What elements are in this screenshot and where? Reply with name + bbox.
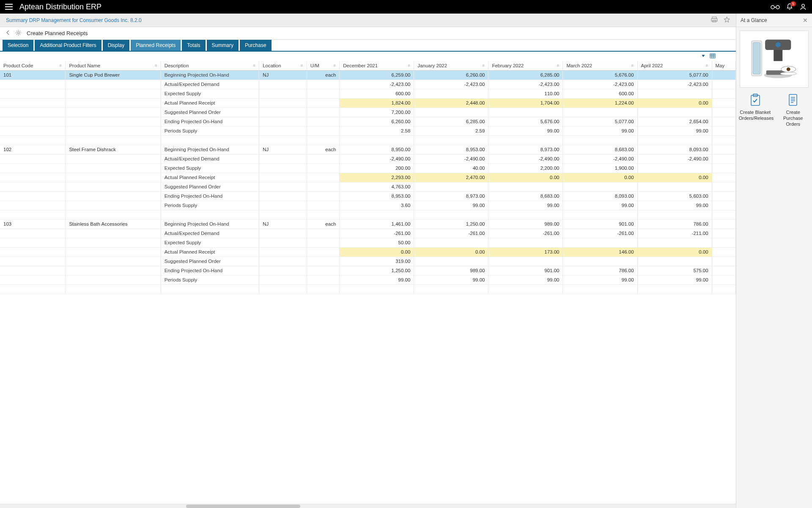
tab-summary[interactable]: Summary <box>207 40 239 51</box>
col-january-2022[interactable]: January 2022≡ <box>414 61 488 70</box>
col-march-2022[interactable]: March 2022≡ <box>563 61 637 70</box>
top-bar: Aptean Distribution ERP 5 <box>0 0 812 14</box>
tab-planned-receipts[interactable]: Planned Receipts <box>131 40 181 51</box>
svg-point-6 <box>17 32 19 34</box>
svg-rect-19 <box>789 94 797 105</box>
spacer-row <box>0 135 736 145</box>
grid-row[interactable]: Suggested Planned Order319.00 <box>0 257 736 266</box>
grid-row[interactable]: Expected Supply50.00 <box>0 238 736 247</box>
breadcrumb-link[interactable]: Summary DRP Management for Consumer Good… <box>6 17 142 23</box>
col-location[interactable]: Location≡ <box>259 61 307 70</box>
tab-display[interactable]: Display <box>103 40 129 51</box>
svg-rect-7 <box>710 54 715 58</box>
grid-row[interactable]: 101Single Cup Pod BrewerBeginning Projec… <box>0 70 736 80</box>
grid-row[interactable]: Ending Projected On-Hand6,260.006,285.00… <box>0 117 736 126</box>
grid-toolbar <box>0 52 736 61</box>
tab-additional-product-filters[interactable]: Additional Product Filters <box>35 40 101 51</box>
notification-badge: 5 <box>790 1 796 6</box>
grid-view-icon[interactable] <box>710 53 716 60</box>
svg-rect-12 <box>774 50 782 61</box>
gear-icon[interactable] <box>15 30 22 37</box>
col-december-2021[interactable]: December 2021≡ <box>340 61 414 70</box>
col-product-code[interactable]: Product Code≡ <box>0 61 66 70</box>
star-icon[interactable] <box>724 17 730 24</box>
back-icon[interactable] <box>6 30 10 37</box>
svg-point-0 <box>771 6 774 9</box>
glasses-icon[interactable] <box>771 4 780 10</box>
col-description[interactable]: Description≡ <box>161 61 259 70</box>
tab-selection[interactable]: Selection <box>3 40 33 51</box>
product-image <box>740 30 809 88</box>
grid-row[interactable]: Periods Supply2.582.5999.0099.0099.00 <box>0 126 736 135</box>
glance-title: At a Glance <box>741 17 767 23</box>
svg-point-2 <box>802 4 804 7</box>
data-grid[interactable]: Product Code≡Product Name≡Description≡Lo… <box>0 61 736 508</box>
create-blanket-orders-button[interactable]: Create Blanket Orders/Releases <box>739 93 772 127</box>
bell-icon[interactable]: 5 <box>786 3 793 11</box>
page-title: Create Planned Receipts <box>27 30 88 36</box>
grid-row[interactable]: Actual Planned Receipt0.000.00173.00146.… <box>0 247 736 257</box>
grid-row[interactable]: Actual/Expected Demand-2,490.00-2,490.00… <box>0 154 736 163</box>
svg-point-11 <box>775 42 780 47</box>
grid-row[interactable]: Expected Supply200.0040.002,200.001,900.… <box>0 163 736 173</box>
col-product-name[interactable]: Product Name≡ <box>66 61 161 70</box>
grid-row[interactable]: Suggested Planned Order7,200.00 <box>0 108 736 117</box>
breadcrumb-bar: Summary DRP Management for Consumer Good… <box>0 14 736 27</box>
grid-row[interactable]: Suggested Planned Order4,763.00 <box>0 182 736 191</box>
col-may[interactable]: May <box>712 61 735 70</box>
grid-row[interactable]: 102Steel Frame DishrackBeginning Project… <box>0 145 736 154</box>
grid-row[interactable]: Periods Supply99.0099.0099.0099.0099.00 <box>0 275 736 284</box>
grid-row[interactable]: Periods Supply3.6099.0099.0099.0099.00 <box>0 201 736 210</box>
at-a-glance-panel: At a Glance ✕ Creat <box>736 14 812 508</box>
spacer-row <box>0 284 736 294</box>
tab-purchase[interactable]: Purchase <box>240 40 272 51</box>
grid-row[interactable]: Ending Projected On-Hand1,250.00989.0090… <box>0 266 736 275</box>
grid-row[interactable]: Actual Planned Receipt2,293.002,470.000.… <box>0 173 736 182</box>
col-april-2022[interactable]: April 2022≡ <box>637 61 712 70</box>
spacer-row <box>0 210 736 219</box>
grid-row[interactable]: Ending Projected On-Hand8,953.008,973.00… <box>0 191 736 201</box>
create-purchase-orders-button[interactable]: Create Purchase Orders <box>776 93 809 127</box>
action-label: Create Purchase Orders <box>776 110 809 127</box>
horizontal-scrollbar[interactable] <box>0 504 736 508</box>
col-february-2022[interactable]: February 2022≡ <box>488 61 563 70</box>
grid-row[interactable]: Expected Supply600.00110.00600.00 <box>0 89 736 98</box>
grid-header-row: Product Code≡Product Name≡Description≡Lo… <box>0 61 736 70</box>
app-brand: Aptean Distribution ERP <box>19 3 102 11</box>
svg-point-16 <box>780 72 797 75</box>
grid-row[interactable]: Actual Planned Receipt1,824.002,448.001,… <box>0 98 736 108</box>
print-icon[interactable] <box>711 17 718 24</box>
user-icon[interactable] <box>799 3 807 11</box>
hamburger-icon[interactable] <box>5 4 13 10</box>
svg-rect-9 <box>753 42 760 74</box>
svg-rect-4 <box>711 19 717 21</box>
filter-dropdown-icon[interactable] <box>700 53 706 60</box>
action-label: Create Blanket Orders/Releases <box>739 110 772 121</box>
grid-row[interactable]: Actual/Expected Demand-261.00-261.00-261… <box>0 229 736 238</box>
grid-row[interactable]: 103Stainless Bath AccessoriesBeginning P… <box>0 219 736 229</box>
sub-header: Create Planned Receipts <box>0 27 736 40</box>
svg-point-1 <box>776 6 779 9</box>
tab-bar: SelectionAdditional Product FiltersDispl… <box>0 40 736 52</box>
grid-row[interactable]: Actual/Expected Demand-2,423.00-2,423.00… <box>0 80 736 89</box>
tab-totals[interactable]: Totals <box>182 40 205 51</box>
col-u-m[interactable]: U/M≡ <box>307 61 339 70</box>
close-icon[interactable]: ✕ <box>803 17 808 24</box>
